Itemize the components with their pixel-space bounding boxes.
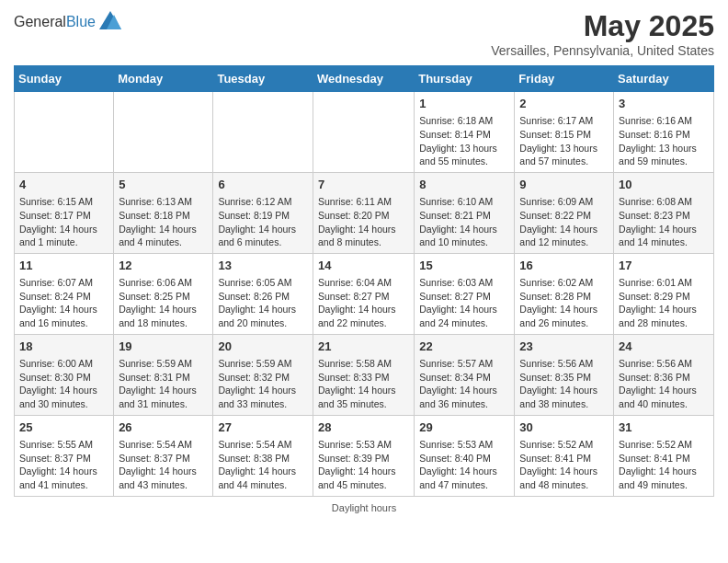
calendar-cell: 1Sunrise: 6:18 AMSunset: 8:14 PMDaylight… <box>415 92 515 173</box>
calendar-cell: 4Sunrise: 6:15 AMSunset: 8:17 PMDaylight… <box>15 172 114 253</box>
day-number: 1 <box>419 96 509 112</box>
day-number: 21 <box>318 339 409 355</box>
day-info-line: Daylight: 14 hours and 16 minutes. <box>19 303 108 329</box>
calendar-cell: 3Sunrise: 6:16 AMSunset: 8:16 PMDaylight… <box>614 92 714 173</box>
day-info-line: Sunrise: 5:58 AM <box>318 357 409 371</box>
day-info-line: Daylight: 14 hours and 43 minutes. <box>119 465 208 491</box>
calendar-cell: 10Sunrise: 6:08 AMSunset: 8:23 PMDayligh… <box>614 172 714 253</box>
day-info-line: Sunrise: 6:12 AM <box>218 195 308 209</box>
day-info-line: Sunrise: 5:59 AM <box>119 357 208 371</box>
calendar-cell: 24Sunrise: 5:56 AMSunset: 8:36 PMDayligh… <box>614 334 714 415</box>
day-info-line: Sunset: 8:18 PM <box>119 209 208 223</box>
day-info-line: Sunrise: 5:55 AM <box>19 438 108 452</box>
day-info-line: Daylight: 14 hours and 28 minutes. <box>619 303 709 329</box>
day-info-line: Daylight: 14 hours and 41 minutes. <box>19 465 108 491</box>
day-info-line: Sunset: 8:20 PM <box>318 209 409 223</box>
day-info-line: Daylight: 14 hours and 8 minutes. <box>318 223 409 249</box>
day-info-line: Sunset: 8:32 PM <box>218 371 308 385</box>
subtitle: Versailles, Pennsylvania, United States <box>491 43 714 58</box>
day-info-line: Sunrise: 5:56 AM <box>619 357 709 371</box>
day-info-line: Daylight: 13 hours and 57 minutes. <box>519 142 609 168</box>
day-info-line: Sunrise: 6:07 AM <box>19 276 108 290</box>
day-number: 14 <box>318 258 409 274</box>
calendar-cell: 29Sunrise: 5:53 AMSunset: 8:40 PMDayligh… <box>415 415 515 496</box>
calendar-cell: 31Sunrise: 5:52 AMSunset: 8:41 PMDayligh… <box>614 415 714 496</box>
day-info-line: Sunset: 8:15 PM <box>519 128 609 142</box>
day-info-line: Daylight: 13 hours and 55 minutes. <box>419 142 509 168</box>
calendar-cell: 6Sunrise: 6:12 AMSunset: 8:19 PMDaylight… <box>213 172 313 253</box>
calendar-cell <box>114 92 213 173</box>
calendar-cell: 28Sunrise: 5:53 AMSunset: 8:39 PMDayligh… <box>313 415 414 496</box>
day-info-line: Daylight: 14 hours and 26 minutes. <box>519 303 609 329</box>
day-info-line: Sunrise: 5:53 AM <box>419 438 509 452</box>
day-info-line: Daylight: 14 hours and 30 minutes. <box>19 384 108 410</box>
day-info-line: Daylight: 14 hours and 4 minutes. <box>119 223 208 249</box>
calendar-cell: 23Sunrise: 5:56 AMSunset: 8:35 PMDayligh… <box>515 334 614 415</box>
day-number: 18 <box>19 339 108 355</box>
day-number: 20 <box>218 339 308 355</box>
day-info-line: Sunset: 8:35 PM <box>519 371 609 385</box>
day-info-line: Sunrise: 6:11 AM <box>318 195 409 209</box>
day-number: 13 <box>218 258 308 274</box>
calendar-cell: 13Sunrise: 6:05 AMSunset: 8:26 PMDayligh… <box>213 253 313 334</box>
calendar-cell: 27Sunrise: 5:54 AMSunset: 8:38 PMDayligh… <box>213 415 313 496</box>
day-number: 31 <box>619 419 709 436</box>
title-block: May 2025 Versailles, Pennsylvania, Unite… <box>491 9 714 58</box>
week-row: 1Sunrise: 6:18 AMSunset: 8:14 PMDaylight… <box>15 92 714 173</box>
day-info-line: Sunrise: 5:52 AM <box>519 438 609 452</box>
day-number: 23 <box>519 339 609 355</box>
calendar-cell: 16Sunrise: 6:02 AMSunset: 8:28 PMDayligh… <box>515 253 614 334</box>
day-number: 26 <box>119 419 208 436</box>
day-number: 12 <box>119 258 208 274</box>
day-info-line: Sunset: 8:38 PM <box>218 452 308 465</box>
day-info-line: Daylight: 14 hours and 49 minutes. <box>619 465 709 491</box>
day-info-line: Sunset: 8:23 PM <box>619 209 709 223</box>
day-info-line: Daylight: 14 hours and 1 minute. <box>19 223 108 249</box>
day-number: 16 <box>519 258 609 274</box>
day-number: 29 <box>419 419 509 436</box>
day-number: 30 <box>519 419 609 436</box>
header: GeneralBlue May 2025 Versailles, Pennsyl… <box>14 9 714 58</box>
day-number: 28 <box>318 419 409 436</box>
day-info-line: Sunset: 8:34 PM <box>419 371 509 385</box>
calendar-table: SundayMondayTuesdayWednesdayThursdayFrid… <box>14 65 714 497</box>
day-info-line: Sunset: 8:24 PM <box>19 290 108 304</box>
week-row: 11Sunrise: 6:07 AMSunset: 8:24 PMDayligh… <box>15 253 714 334</box>
day-number: 6 <box>218 177 308 193</box>
calendar-cell: 8Sunrise: 6:10 AMSunset: 8:21 PMDaylight… <box>415 172 515 253</box>
calendar-cell: 30Sunrise: 5:52 AMSunset: 8:41 PMDayligh… <box>515 415 614 496</box>
day-info-line: Sunset: 8:29 PM <box>619 290 709 304</box>
calendar-cell: 25Sunrise: 5:55 AMSunset: 8:37 PMDayligh… <box>15 415 114 496</box>
day-info-line: Sunrise: 5:54 AM <box>218 438 308 452</box>
day-info-line: Sunrise: 6:02 AM <box>519 276 609 290</box>
day-number: 22 <box>419 339 509 355</box>
day-info-line: Daylight: 14 hours and 31 minutes. <box>119 384 208 410</box>
day-number: 24 <box>619 339 709 355</box>
day-header-wednesday: Wednesday <box>313 66 414 92</box>
day-info-line: Daylight: 14 hours and 48 minutes. <box>519 465 609 491</box>
day-info-line: Sunset: 8:19 PM <box>218 209 308 223</box>
day-info-line: Sunrise: 5:56 AM <box>519 357 609 371</box>
day-header-sunday: Sunday <box>15 66 114 92</box>
day-number: 25 <box>19 419 108 436</box>
day-info-line: Sunrise: 6:04 AM <box>318 276 409 290</box>
day-info-line: Sunset: 8:40 PM <box>419 452 509 465</box>
day-number: 19 <box>119 339 208 355</box>
day-info-line: Sunrise: 6:17 AM <box>519 114 609 128</box>
calendar-cell: 17Sunrise: 6:01 AMSunset: 8:29 PMDayligh… <box>614 253 714 334</box>
day-info-line: Sunrise: 6:08 AM <box>619 195 709 209</box>
day-info-line: Sunset: 8:27 PM <box>318 290 409 304</box>
day-number: 2 <box>519 96 609 112</box>
footer: Daylight hours <box>14 502 714 513</box>
day-info-line: Sunrise: 5:57 AM <box>419 357 509 371</box>
day-info-line: Sunrise: 6:03 AM <box>419 276 509 290</box>
week-row: 25Sunrise: 5:55 AMSunset: 8:37 PMDayligh… <box>15 415 714 496</box>
day-info-line: Daylight: 14 hours and 40 minutes. <box>619 384 709 410</box>
day-info-line: Sunset: 8:30 PM <box>19 371 108 385</box>
day-info-line: Sunset: 8:16 PM <box>619 128 709 142</box>
logo-blue-text: Blue <box>66 14 96 29</box>
day-info-line: Daylight: 14 hours and 14 minutes. <box>619 223 709 249</box>
day-number: 17 <box>619 258 709 274</box>
day-info-line: Daylight: 14 hours and 22 minutes. <box>318 303 409 329</box>
day-info-line: Sunrise: 6:09 AM <box>519 195 609 209</box>
